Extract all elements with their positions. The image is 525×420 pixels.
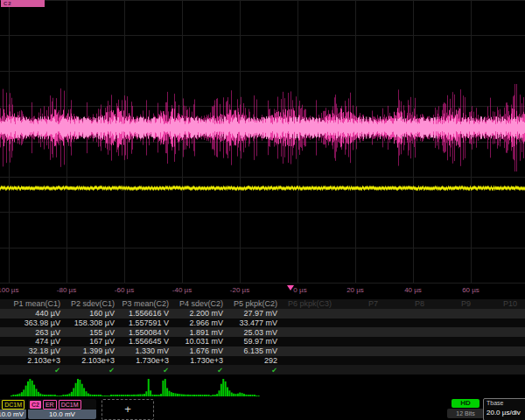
- c2-eres-chip: ER: [43, 400, 57, 410]
- histicon-p5: [210, 377, 260, 396]
- measurement-value: 263 µV: [10, 328, 65, 337]
- measurement-status-check: ✔: [271, 367, 277, 374]
- waveform-grid: C2: [0, 0, 525, 284]
- measurement-status-row: ✔✔✔✔✔: [0, 365, 525, 374]
- measurement-value: 292: [228, 356, 282, 365]
- measurement-value: 32.18 µV: [10, 346, 65, 355]
- histicon-p4: [160, 377, 210, 396]
- add-trace-button[interactable]: +: [102, 399, 154, 420]
- c2-coupling-chip: DC1M: [59, 400, 81, 410]
- time-axis-label: -20 µs: [230, 286, 249, 294]
- timebase-label: Tbase: [484, 399, 525, 408]
- measurement-value: 1.730e+3: [119, 356, 173, 365]
- measurement-header[interactable]: P9: [429, 299, 475, 308]
- measurement-header[interactable]: P3 mean(C2): [119, 299, 173, 308]
- measurement-value: 363.98 µV: [10, 318, 65, 327]
- measurement-status-check: ✔: [54, 367, 60, 374]
- hd-mode-badge: HD: [452, 399, 480, 408]
- measurement-status-cell: ✔: [228, 366, 282, 374]
- measurement-header[interactable]: P8: [382, 299, 429, 308]
- time-axis-label: 0 µs: [293, 286, 306, 294]
- time-axis: -100 µs-80 µs-60 µs-40 µs-20 µs0 µs20 µs…: [0, 284, 525, 298]
- measurement-value: 474 µV: [10, 337, 65, 346]
- measurement-value: 1.550084 V: [119, 328, 173, 337]
- measurement-header[interactable]: P11: [522, 299, 525, 308]
- measurement-header-row: P1 mean(C1)P2 sdev(C1)P3 mean(C2)P4 sdev…: [0, 299, 525, 309]
- measurement-value: 1.676 mV: [173, 346, 228, 355]
- measurement-value-row: 440 µV160 µV1.556616 V2.200 mV27.97 mV: [0, 309, 525, 318]
- measurement-status-cell: ✔: [119, 366, 173, 374]
- channel-c1-descriptor-box[interactable]: DC1M 10.0 mV: [0, 399, 26, 419]
- measurement-status-check: ✔: [217, 367, 223, 374]
- measurement-value: 160 µV: [65, 309, 119, 318]
- c1-coupling-chip: DC1M: [2, 400, 24, 410]
- histicon-row: [0, 376, 525, 397]
- time-axis-label: 40 µs: [404, 286, 422, 294]
- timebase-panel[interactable]: Tbase 20.0 µs/div: [483, 398, 525, 420]
- time-axis-label: -100 µs: [0, 286, 18, 294]
- measurement-header[interactable]: P1 mean(C1): [10, 299, 65, 308]
- measurement-value: 1.730e+3: [173, 356, 228, 365]
- measurement-value: 1.556616 V: [119, 309, 173, 318]
- measurement-value: 1.330 mV: [119, 346, 173, 355]
- measurement-header[interactable]: P6 pkpk(C3): [282, 299, 336, 308]
- time-axis-label: -60 µs: [115, 286, 134, 294]
- measurement-value: 27.97 mV: [228, 309, 282, 318]
- histicon-p3: [110, 377, 160, 396]
- measurement-table: P1 mean(C1)P2 sdev(C1)P3 mean(C2)P4 sdev…: [0, 299, 525, 374]
- resolution-bits-label: 12 Bits: [447, 409, 484, 418]
- measurement-value: 2.103e+3: [65, 356, 119, 365]
- measurement-value: 33.477 mV: [228, 318, 282, 327]
- measurement-value: 2.966 mV: [173, 318, 228, 327]
- measurement-status-cell: ✔: [173, 366, 228, 374]
- measurement-value: 155 µV: [65, 328, 119, 337]
- measurement-header[interactable]: P4 sdev(C2): [173, 299, 228, 308]
- time-axis-label: -80 µs: [57, 286, 76, 294]
- measurement-value: 158.308 µV: [65, 318, 119, 327]
- time-axis-label: 20 µs: [346, 286, 364, 294]
- measurement-header[interactable]: P5 pkpk(C2): [228, 299, 282, 308]
- trigger-position-marker[interactable]: [287, 285, 294, 290]
- measurement-status-check: ✔: [108, 367, 115, 374]
- measurement-value: 6.135 mV: [228, 346, 282, 355]
- measurement-value-row: 32.18 µV1.399 µV1.330 mV1.676 mV6.135 mV: [0, 346, 525, 356]
- measurement-value: 1.891 mV: [173, 328, 228, 337]
- measurement-value: 59.97 mV: [228, 337, 282, 346]
- measurement-value: 1.557591 V: [119, 318, 173, 327]
- measurement-value-row: 2.103e+32.103e+31.730e+31.730e+3292: [0, 356, 525, 366]
- measurement-status-check: ✔: [163, 367, 169, 374]
- measurement-value: 1.556645 V: [119, 337, 173, 346]
- measurement-value: 25.03 mV: [228, 328, 282, 337]
- measurement-value: 2.200 mV: [173, 309, 228, 318]
- histicon-p1: [10, 377, 60, 396]
- measurement-value-row: 263 µV155 µV1.550084 V1.891 mV25.03 mV: [0, 327, 525, 337]
- time-axis-label: -40 µs: [172, 286, 192, 294]
- channel-c2-descriptor-box[interactable]: C2 ER DC1M 10.0 mV: [28, 399, 96, 419]
- measurement-value: 10.031 mV: [173, 337, 228, 346]
- c1-vertical-scale: 10.0 mV: [0, 410, 26, 419]
- measurement-status-cell: ✔: [10, 366, 65, 374]
- measurement-header[interactable]: P2 sdev(C1): [65, 299, 119, 308]
- measurement-value: 440 µV: [10, 309, 65, 318]
- c2-channel-chip: C2: [30, 401, 41, 409]
- timebase-value: 20.0 µs/div: [484, 408, 525, 417]
- bottom-status-bar: DC1M 10.0 mV C2 ER DC1M 10.0 mV + HD 12 …: [0, 398, 525, 420]
- histicon-p2: [60, 377, 110, 396]
- measurement-value: 167 µV: [65, 337, 119, 346]
- measurement-value-row: 474 µV167 µV1.556645 V10.031 mV59.97 mV: [0, 337, 525, 346]
- measurement-header[interactable]: P10: [475, 299, 522, 308]
- c2-vertical-scale: 10.0 mV: [28, 410, 96, 419]
- measurement-status-cell: ✔: [65, 366, 119, 374]
- waveform-display: [0, 0, 525, 284]
- measurement-value-row: 363.98 µV158.308 µV1.557591 V2.966 mV33.…: [0, 318, 525, 328]
- measurement-value: 1.399 µV: [65, 346, 119, 355]
- oscilloscope-screen: C2 -100 µs-80 µs-60 µs-40 µs-20 µs0 µs20…: [0, 0, 525, 420]
- time-axis-label: 60 µs: [462, 286, 480, 294]
- measurement-value: 2.103e+3: [10, 356, 65, 365]
- measurement-header[interactable]: P7: [336, 299, 382, 308]
- c2-trace-badge: C2: [1, 0, 45, 7]
